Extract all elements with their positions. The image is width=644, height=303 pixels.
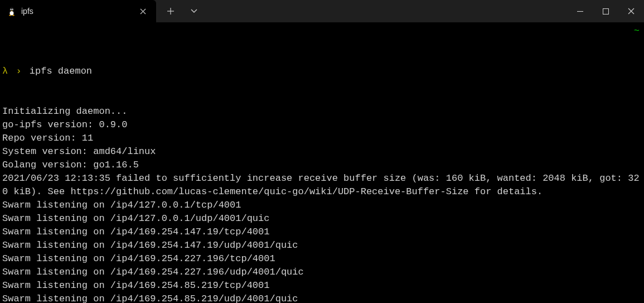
terminal-line: 2021/06/23 12:13:35 failed to sufficient… (2, 172, 642, 199)
chevron-down-icon (191, 9, 197, 13)
window-titlebar: ipfs (0, 0, 644, 22)
titlebar-left: ipfs (0, 0, 204, 22)
tab-title: ipfs (21, 7, 135, 16)
terminal-output: Initializing daemon...go-ipfs version: 0… (2, 105, 642, 303)
tab-close-button[interactable] (135, 3, 151, 19)
terminal-line: Swarm listening on /ip4/169.254.227.196/… (2, 252, 642, 266)
terminal-line: Swarm listening on /ip4/169.254.85.219/u… (2, 292, 642, 303)
close-icon (140, 8, 146, 15)
terminal-line: Swarm listening on /ip4/127.0.0.1/tcp/40… (2, 199, 642, 212)
svg-point-6 (12, 9, 13, 10)
svg-rect-14 (603, 8, 608, 14)
svg-point-7 (9, 15, 11, 16)
close-icon (628, 8, 635, 15)
minimize-button[interactable] (567, 0, 593, 22)
terminal-tab[interactable]: ipfs (0, 0, 156, 22)
prompt-line: λ › ipfs daemon (2, 65, 642, 78)
terminal-line: System version: amd64/linux (2, 145, 642, 158)
terminal-line: go-ipfs version: 0.9.0 (2, 118, 642, 132)
new-tab-button[interactable] (161, 2, 181, 20)
prompt-command: ipfs daemon (30, 65, 92, 78)
prompt-lambda: λ (2, 65, 8, 78)
minimize-icon (577, 8, 583, 15)
prompt-arrow: › (16, 65, 21, 78)
titlebar-actions (161, 0, 204, 22)
terminal-line: Swarm listening on /ip4/169.254.85.219/t… (2, 279, 642, 292)
svg-point-8 (12, 15, 14, 16)
terminal-line: Swarm listening on /ip4/169.254.147.19/t… (2, 225, 642, 239)
terminal-line: Repo version: 11 (2, 132, 642, 145)
terminal-line: Swarm listening on /ip4/169.254.147.19/u… (2, 239, 642, 252)
tab-dropdown-button[interactable] (184, 2, 204, 20)
terminal-line: Initializing daemon... (2, 105, 642, 118)
terminal-body[interactable]: ~ λ › ipfs daemon Initializing daemon...… (0, 22, 644, 303)
terminal-line: Golang version: go1.16.5 (2, 158, 642, 172)
terminal-line: Swarm listening on /ip4/127.0.0.1/udp/40… (2, 212, 642, 225)
prompt-cwd-tilde: ~ (634, 25, 640, 38)
close-window-button[interactable] (618, 0, 644, 22)
svg-point-5 (11, 9, 11, 10)
penguin-icon (7, 6, 17, 16)
maximize-button[interactable] (593, 0, 618, 22)
maximize-icon (603, 8, 609, 15)
window-controls (567, 0, 644, 22)
svg-point-2 (10, 11, 14, 16)
plus-icon (167, 8, 174, 15)
terminal-line: Swarm listening on /ip4/169.254.227.196/… (2, 266, 642, 279)
